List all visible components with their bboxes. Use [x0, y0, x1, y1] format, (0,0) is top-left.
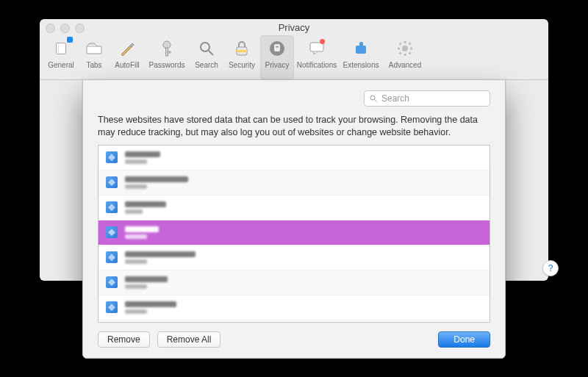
remove-button[interactable]: Remove: [98, 331, 150, 348]
svg-rect-9: [274, 44, 280, 51]
general-icon: [51, 38, 71, 59]
site-subtext: [125, 234, 147, 239]
privacy-icon: [267, 38, 287, 59]
site-subtext: [125, 309, 147, 314]
search-icon: [369, 94, 378, 103]
site-domain: [125, 176, 188, 182]
site-favicon: [106, 176, 118, 188]
tab-label: General: [48, 61, 74, 69]
site-domain: [125, 151, 160, 157]
site-domain: [125, 201, 166, 207]
site-favicon: [106, 201, 118, 213]
list-item[interactable]: [98, 195, 490, 220]
tab-advanced[interactable]: Advanced: [384, 35, 426, 79]
close-window[interactable]: [46, 24, 55, 33]
tab-tabs[interactable]: Tabs: [79, 35, 109, 79]
list-item[interactable]: [98, 270, 490, 295]
sheet-description: These websites have stored data that can…: [98, 114, 490, 139]
tab-label: Extensions: [343, 61, 379, 69]
site-text: [125, 226, 159, 239]
site-text: [125, 151, 160, 164]
tab-label: Passwords: [149, 61, 185, 69]
tab-passwords[interactable]: Passwords: [146, 35, 188, 79]
minimize-window[interactable]: [60, 24, 70, 33]
passwords-icon: [157, 38, 177, 59]
tab-general[interactable]: General: [44, 35, 78, 79]
security-icon: [232, 38, 252, 59]
tab-search[interactable]: Search: [190, 35, 223, 79]
tab-extensions[interactable]: Extensions: [340, 35, 382, 79]
site-text: [125, 176, 188, 189]
tab-label: AutoFill: [115, 61, 139, 69]
site-text: [125, 251, 196, 264]
site-subtext: [125, 159, 147, 164]
search-field[interactable]: Search: [364, 90, 490, 107]
tab-label: Search: [195, 61, 218, 69]
site-domain: [125, 301, 176, 307]
site-subtext: [125, 184, 147, 189]
svg-rect-0: [57, 43, 66, 54]
site-favicon: [106, 226, 118, 238]
tab-privacy[interactable]: Privacy: [260, 35, 294, 79]
titlebar: Privacy: [40, 19, 548, 35]
tab-label: Tabs: [86, 61, 101, 69]
advanced-icon: [395, 38, 415, 59]
svg-rect-7: [237, 50, 247, 52]
tab-label: Privacy: [265, 61, 290, 69]
manage-website-data-sheet: Search These websites have stored data t…: [82, 79, 506, 359]
tab-security[interactable]: Security: [225, 35, 259, 79]
svg-rect-12: [356, 46, 366, 54]
window-title: Privacy: [279, 22, 310, 33]
window-controls: [46, 24, 85, 33]
site-domain: [125, 226, 159, 232]
tabs-icon: [84, 38, 104, 59]
site-text: [125, 201, 166, 214]
svg-rect-4: [168, 51, 171, 53]
site-text: [125, 276, 168, 289]
svg-point-14: [402, 46, 408, 51]
site-subtext: [125, 284, 147, 289]
svg-rect-10: [276, 46, 279, 48]
search-icon: [196, 38, 217, 59]
svg-point-5: [201, 43, 209, 51]
tab-notifications[interactable]: Notifications: [295, 35, 338, 79]
zoom-window[interactable]: [75, 24, 85, 33]
svg-point-15: [370, 96, 375, 100]
site-favicon: [106, 251, 118, 263]
site-favicon: [106, 276, 118, 288]
site-favicon: [106, 301, 118, 313]
list-item[interactable]: [98, 245, 490, 270]
site-subtext: [125, 209, 143, 214]
tab-label: Notifications: [297, 61, 337, 69]
preferences-toolbar: General Tabs AutoFill Passwords: [40, 35, 548, 80]
list-item[interactable]: [98, 295, 490, 320]
site-subtext: [125, 259, 147, 264]
remove-all-button[interactable]: Remove All: [157, 331, 221, 348]
list-item[interactable]: [98, 220, 490, 245]
site-domain: [125, 251, 196, 257]
svg-rect-13: [359, 42, 363, 46]
site-domain: [125, 276, 168, 282]
tab-label: Security: [229, 61, 255, 69]
svg-rect-1: [87, 46, 101, 54]
done-button[interactable]: Done: [438, 331, 490, 348]
search-placeholder: Search: [381, 93, 409, 104]
help-button[interactable]: ?: [542, 260, 559, 276]
tab-autofill[interactable]: AutoFill: [110, 35, 144, 79]
list-item[interactable]: [98, 170, 490, 195]
notifications-icon: [306, 38, 327, 59]
tab-label: Advanced: [389, 61, 421, 69]
site-favicon: [106, 151, 118, 163]
extensions-icon: [351, 38, 371, 59]
site-text: [125, 301, 176, 314]
list-item[interactable]: [98, 146, 490, 170]
website-data-list[interactable]: [98, 145, 490, 323]
autofill-icon: [117, 38, 137, 59]
sheet-footer: Remove Remove All Done: [98, 331, 490, 348]
